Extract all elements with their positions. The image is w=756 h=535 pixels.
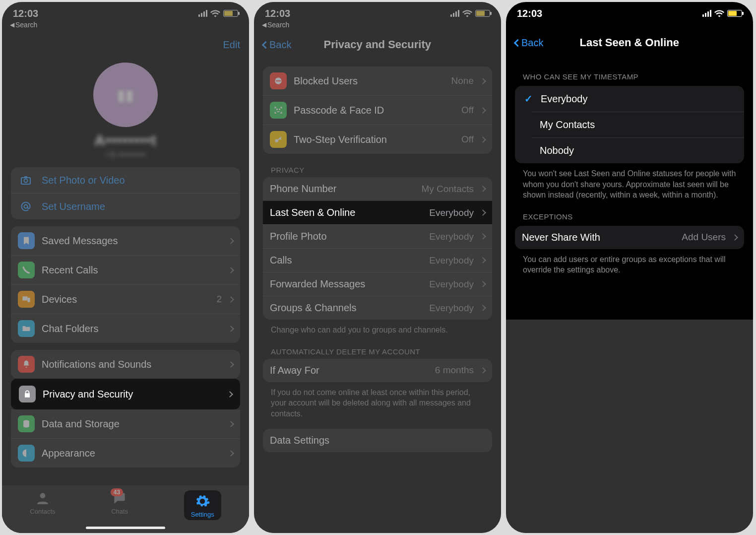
- groups-channels-row[interactable]: Groups & Channels Everybody: [263, 296, 492, 320]
- recent-calls-row[interactable]: Recent Calls: [11, 255, 240, 284]
- chevron-right-icon: [228, 421, 234, 427]
- back-button[interactable]: Back: [515, 37, 543, 49]
- passcode-row[interactable]: Passcode & Face ID Off: [263, 95, 492, 125]
- exceptions-header: EXCEPTIONS: [506, 201, 753, 224]
- page-title: Privacy and Security: [291, 38, 463, 51]
- exceptions-group: Never Share With Add Users: [515, 226, 744, 249]
- chevron-right-icon: [480, 281, 486, 287]
- person-icon: [35, 490, 51, 506]
- profile-phone: +9 •••••••••: [2, 150, 249, 160]
- tab-contacts[interactable]: Contacts: [30, 490, 55, 515]
- avatar[interactable]: ▮▮: [93, 63, 158, 127]
- edit-button[interactable]: Edit: [223, 39, 240, 51]
- data-settings-row[interactable]: Data Settings: [263, 429, 492, 452]
- chevron-right-icon: [480, 209, 486, 216]
- key-icon: [270, 131, 287, 148]
- back-button[interactable]: Back: [263, 39, 291, 51]
- timestamp-options-group: ✓ Everybody My Contacts Nobody: [515, 86, 744, 163]
- devices-row[interactable]: Devices 2: [11, 284, 240, 314]
- chevron-right-icon: [480, 233, 486, 240]
- block-icon: [270, 72, 287, 89]
- status-bar: 12:03: [506, 2, 753, 20]
- notifications-row[interactable]: Notifications and Sounds: [11, 350, 240, 379]
- last-seen-row[interactable]: Last Seen & Online Everybody: [263, 201, 492, 224]
- blocked-users-row[interactable]: Blocked Users None: [263, 67, 492, 95]
- chevron-left-icon: [514, 39, 522, 47]
- saved-messages-row[interactable]: Saved Messages: [11, 226, 240, 255]
- page-title: Last Seen & Online: [543, 36, 715, 49]
- cellular-icon: [702, 10, 711, 17]
- forwarded-row[interactable]: Forwarded Messages Everybody: [263, 272, 492, 296]
- settings-group-cont: Data and Storage Appearance: [11, 409, 240, 468]
- twostep-row[interactable]: Two-Step Verification Off: [263, 125, 492, 154]
- tab-settings[interactable]: Settings: [184, 490, 221, 520]
- chevron-right-icon: [732, 234, 738, 241]
- home-indicator[interactable]: [86, 527, 165, 529]
- chats-badge: 43: [111, 488, 123, 496]
- profile-name: A••••••••t: [2, 132, 249, 149]
- cellular-icon: [198, 10, 207, 17]
- option-my-contacts[interactable]: My Contacts: [532, 112, 744, 137]
- appearance-row[interactable]: Appearance: [11, 438, 240, 468]
- chevron-right-icon: [228, 326, 234, 332]
- phone-number-row[interactable]: Phone Number My Contacts: [263, 177, 492, 201]
- breadcrumb-back[interactable]: ◀Search: [254, 20, 501, 30]
- status-bar: 12:03: [254, 2, 501, 20]
- chevron-right-icon: [227, 391, 233, 398]
- set-username-label: Set Username: [42, 201, 105, 212]
- nav-header: Back Privacy and Security: [254, 30, 501, 60]
- chat-folders-row[interactable]: Chat Folders: [11, 314, 240, 343]
- privacy-security-row[interactable]: Privacy and Security: [11, 379, 240, 409]
- status-time: 12:03: [517, 8, 542, 19]
- svg-point-11: [279, 109, 280, 110]
- tab-bar: Contacts 43 Chats Settings: [2, 485, 249, 533]
- wifi-icon: [210, 9, 220, 17]
- chevron-right-icon: [480, 107, 486, 114]
- at-icon: [19, 201, 33, 212]
- chevron-right-icon: [228, 238, 234, 244]
- nav-header: Back Last Seen & Online: [506, 28, 753, 58]
- chevron-right-icon: [228, 361, 234, 368]
- delete-header: AUTOMATICALLY DELETE MY ACCOUNT: [254, 335, 501, 359]
- settings-screen: 12:03 ◀Search Edit ▮▮ A••••••••t +9 ••••…: [2, 2, 249, 533]
- set-username-row[interactable]: Set Username: [11, 193, 240, 219]
- if-away-row[interactable]: If Away For 6 months: [263, 359, 492, 382]
- calls-row[interactable]: Calls Everybody: [263, 248, 492, 272]
- settings-group: Notifications and Sounds: [11, 350, 240, 379]
- chevron-left-icon: [262, 41, 270, 49]
- privacy-group: Phone Number My Contacts Last Seen & Onl…: [263, 177, 492, 320]
- lock-icon: [19, 386, 36, 402]
- tab-chats[interactable]: 43 Chats: [111, 490, 128, 515]
- camera-icon: [19, 174, 33, 186]
- option-nobody[interactable]: Nobody: [532, 137, 744, 163]
- set-photo-row[interactable]: Set Photo or Video: [11, 167, 240, 193]
- delete-group: If Away For 6 months: [263, 359, 492, 382]
- status-bar: 12:03: [2, 2, 249, 20]
- faceid-icon: [270, 102, 287, 119]
- breadcrumb-back[interactable]: ◀Search: [2, 20, 249, 30]
- checkmark-icon: ✓: [523, 93, 534, 105]
- security-group: Blocked Users None Passcode & Face ID Of…: [263, 67, 492, 154]
- chevron-right-icon: [228, 296, 234, 303]
- profile-photo-row[interactable]: Profile Photo Everybody: [263, 224, 492, 248]
- battery-icon: [223, 10, 238, 17]
- svg-rect-3: [23, 296, 28, 300]
- status-time: 12:03: [265, 8, 290, 19]
- privacy-security-screen: 12:03 ◀Search Back Privacy and Security …: [254, 2, 501, 533]
- battery-icon: [475, 10, 490, 17]
- phone-icon: [18, 262, 35, 278]
- nav-header: Edit: [2, 30, 249, 60]
- svg-point-10: [277, 109, 278, 110]
- storage-icon: [18, 415, 35, 432]
- data-storage-row[interactable]: Data and Storage: [11, 409, 240, 438]
- wifi-icon: [462, 9, 472, 17]
- chevron-right-icon: [480, 186, 486, 192]
- option-everybody[interactable]: ✓ Everybody: [515, 86, 744, 112]
- privacy-footer: Change who can add you to groups and cha…: [254, 320, 501, 335]
- never-share-row[interactable]: Never Share With Add Users: [515, 226, 744, 249]
- chevron-right-icon: [228, 267, 234, 273]
- chevron-right-icon: [480, 367, 486, 374]
- svg-point-7: [40, 493, 46, 498]
- battery-icon: [727, 10, 742, 17]
- exceptions-footer: You can add users or entire groups as ex…: [506, 249, 753, 285]
